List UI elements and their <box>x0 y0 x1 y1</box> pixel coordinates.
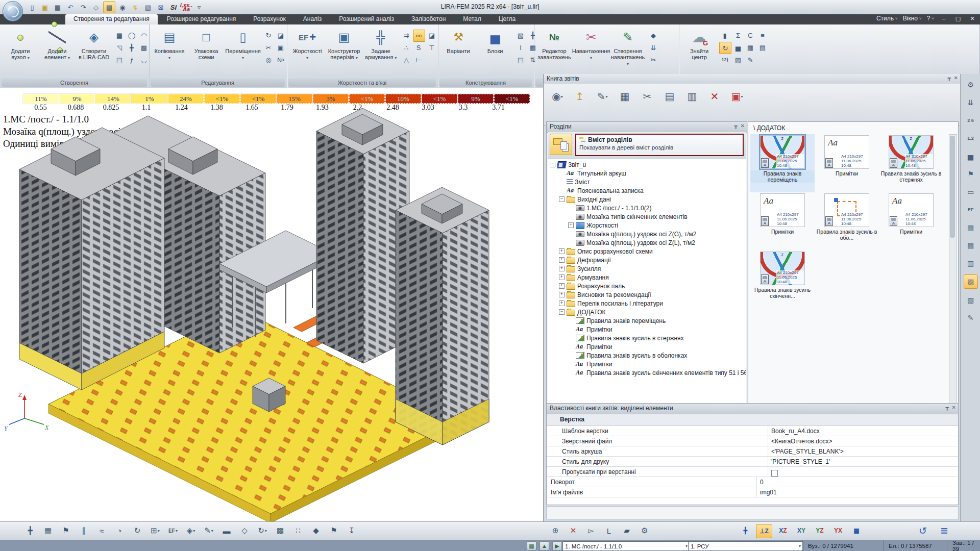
mesh-icon[interactable]: ▩ <box>138 42 150 53</box>
property-row[interactable]: Пропускати при верстанні <box>547 467 958 477</box>
ribbon-big-button[interactable]: ▅ Блоки ▾ <box>477 27 513 78</box>
tree-row[interactable]: − ДОДАТОК <box>548 308 746 316</box>
hinge-icon[interactable]: ⊢ <box>413 54 424 65</box>
tree-row[interactable]: − Звіт_u <box>548 160 746 169</box>
thumbnail-item[interactable]: A A4 210x29711.06.2025 10:48 Примітки <box>879 192 943 251</box>
thumbnail-item[interactable]: A A4 210x29711.06.2025 10:48 Правила зна… <box>750 134 815 192</box>
property-row[interactable]: Ім'я файлів img01 <box>547 487 958 497</box>
toolbar-menu-button[interactable]: ≣ <box>938 524 951 537</box>
rhomb-button[interactable]: ◈▾ <box>184 524 198 537</box>
ribbon-big-button[interactable]: ▣ Конструкторперерізів ▾ <box>326 27 362 78</box>
pack-sheet-icon[interactable]: ▤ <box>757 42 768 53</box>
property-value[interactable]: 'PICTURE_STYLE_1' <box>768 457 958 466</box>
plate-icon[interactable]: ◪ <box>426 30 437 41</box>
flags-button[interactable]: ⚑▾ <box>59 524 72 537</box>
poly-button[interactable]: ◇▾ <box>238 524 251 537</box>
dots-button[interactable]: ∷▾ <box>291 524 305 537</box>
paste-button[interactable]: ▥▾ <box>683 88 701 105</box>
loadcase-combo[interactable]: 1. МС /пост./ - 1.1/1.0▾ <box>562 541 690 551</box>
ribbon-tab[interactable]: Аналіз <box>295 14 330 24</box>
tree-row[interactable]: + Жорсткості <box>548 221 746 230</box>
thumbnail-item[interactable]: A A4 210x29711.06.2025 10:48 Правила зна… <box>815 192 879 251</box>
tree-row[interactable]: Правила знаків зусиль в оболонках <box>548 351 746 360</box>
mesh-button[interactable]: ⊞▾ <box>149 524 162 537</box>
property-value[interactable]: 0 <box>757 477 958 487</box>
copy-button[interactable]: ▤▾ <box>661 88 678 105</box>
projection-button[interactable]: XY <box>794 524 809 537</box>
tree-row[interactable]: + Перелік посилань і літератури <box>548 299 746 308</box>
histogram-icon[interactable]: ▅ <box>732 42 744 53</box>
ribbon-big-button[interactable]: ⚒ Варіанти ▾ <box>440 27 477 78</box>
tree-row[interactable]: Примітки <box>548 325 746 334</box>
minimize-button[interactable]: – <box>939 15 948 21</box>
sum-icon[interactable]: Σ <box>732 30 744 41</box>
property-value[interactable]: img01 <box>757 487 958 497</box>
mosaic-icon[interactable]: ▨ <box>964 274 978 289</box>
zoom-button[interactable]: ⊕ <box>549 524 562 537</box>
red-grid-icon[interactable]: ▤ <box>964 239 977 252</box>
ribbon-tab[interactable]: Розширений аналіз <box>331 14 402 24</box>
flag-icon[interactable]: ⚑ <box>964 167 977 181</box>
distributed-load-icon[interactable]: ⇊ <box>648 42 659 53</box>
property-row[interactable]: Зверстаний файл <КнигаОтчетов.docx> <box>547 436 958 446</box>
close-icon[interactable]: ✕ <box>954 75 958 81</box>
property-value[interactable] <box>768 467 958 477</box>
ribbon-big-button[interactable]: ✂ Навантаження ▾ <box>573 27 609 78</box>
weight-icon[interactable]: ◆ <box>648 30 659 41</box>
axes-view-button[interactable]: ╋ <box>738 524 753 537</box>
section-icon[interactable]: ◪ <box>275 30 286 41</box>
truss2-icon[interactable]: △ <box>401 54 412 65</box>
tree-row[interactable]: + Зусилля <box>548 264 746 273</box>
edit-note-button[interactable]: ✎▾ <box>594 88 611 105</box>
refresh-icon[interactable]: ↻ <box>719 42 731 54</box>
cylinder-icon[interactable]: ◯ <box>126 30 137 41</box>
help-menu[interactable]: ?˅ <box>927 15 934 22</box>
cursor-scale-icon[interactable]: ▮ <box>719 30 730 41</box>
delete-selection-button[interactable]: ✕ <box>567 524 580 537</box>
property-row[interactable]: Стиль для друку 'PICTURE_STYLE_1' <box>547 457 958 467</box>
lira-logo-icon[interactable] <box>3 1 23 21</box>
thumbnail-item[interactable]: A A4 210x29711.06.2025 10:48 Примітки <box>815 134 879 192</box>
ribbon-big-button[interactable]: Додативузол ▾ <box>2 27 39 78</box>
pen-icon[interactable]: ✎ <box>745 54 756 65</box>
ribbon-big-button[interactable]: ▤ Копіювання ▾ <box>151 27 188 78</box>
snap-grid-button[interactable]: ▦▾ <box>41 524 55 537</box>
tree-row[interactable]: + Висновки та рекомендації <box>548 290 746 299</box>
print-layout-button[interactable]: ▣▾ <box>728 88 746 105</box>
projection-button[interactable]: YX <box>830 524 846 537</box>
rotate-icon[interactable]: ↻ <box>263 30 274 41</box>
projection-button[interactable]: YZ <box>812 524 827 537</box>
ribbon-big-button[interactable]: ╬ Заданеармування ▾ <box>362 27 399 78</box>
ribbon-big-button[interactable]: □ Упаковкасхеми ▾ <box>188 27 225 78</box>
ribbon-tab[interactable]: Залізобетон <box>403 14 454 24</box>
ribbon-tab[interactable]: Розширене редагування <box>159 14 244 24</box>
property-value[interactable]: <'PAGE_STYLE_BLANK'> <box>768 446 958 456</box>
property-row[interactable]: Шаблон верстки Book_ru_A4.docx <box>547 426 958 436</box>
tree-row[interactable]: Мозаїка q(площ.) уздовж осі Z(G), т/м2 <box>548 230 746 238</box>
window-menu[interactable]: Вікно˅ <box>903 15 922 22</box>
concrete-cube-icon[interactable]: ▧ <box>515 30 526 41</box>
tree-expander[interactable]: + <box>559 266 565 271</box>
ribbon-big-button[interactable]: ◈ Створитив LIRA-CAD ▾ <box>76 27 112 78</box>
import-button[interactable]: ↥▾ <box>571 88 589 105</box>
ribbon-tab[interactable]: Розрахунок <box>245 14 293 24</box>
tree-row[interactable]: Примітки <box>548 360 746 368</box>
thumbnail-item[interactable]: A A4 210x29711.06.2025 10:48 Правила зна… <box>879 134 943 192</box>
histogram-icon[interactable]: ▅ <box>964 149 977 163</box>
tree-row[interactable]: Правила знаків переміщень <box>548 316 746 325</box>
building-icon[interactable]: ▤ <box>114 54 125 65</box>
beam-loads-icon[interactable]: ⇉ <box>401 30 412 41</box>
property-value[interactable]: <КнигаОтчетов.docx> <box>768 436 958 446</box>
ribbon-big-button[interactable]: Додатиелемент ▾ <box>39 27 76 78</box>
pages-26-icon[interactable]: 2 6 <box>964 114 977 127</box>
tree-expander[interactable]: + <box>559 300 565 306</box>
pen-icon[interactable]: ✎ <box>964 311 977 324</box>
tree-expander[interactable]: − <box>559 309 565 315</box>
settings-gear-icon[interactable]: ⚙ <box>964 78 977 91</box>
tree-row[interactable]: − Вихідні дані <box>548 195 746 204</box>
tree-row[interactable]: + Розрахунок паль <box>548 282 746 290</box>
table-status-icon[interactable]: ▦ <box>527 541 536 550</box>
tree-row[interactable]: Пояснювальна записка <box>548 186 746 195</box>
sheet-icon[interactable]: ▧ <box>964 293 977 307</box>
cc-section-button[interactable]: CC <box>413 30 425 42</box>
